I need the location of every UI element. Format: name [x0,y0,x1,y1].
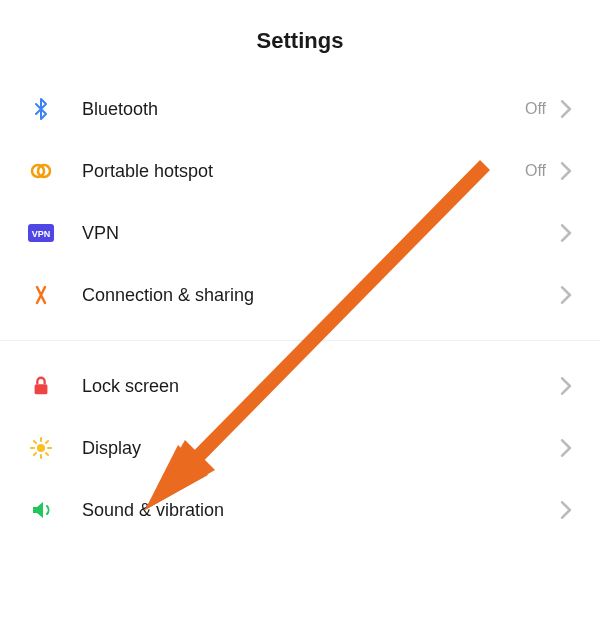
vpn-icon: VPN [28,220,54,246]
svg-line-10 [34,441,36,443]
connection-sharing-item[interactable]: Connection & sharing [0,264,600,326]
display-icon [28,435,54,461]
hotspot-icon [28,158,54,184]
item-label: Connection & sharing [82,285,560,306]
chevron-right-icon [560,286,572,304]
item-label: Lock screen [82,376,560,397]
chevron-right-icon [560,501,572,519]
lock-icon [28,373,54,399]
connection-icon [28,282,54,308]
chevron-right-icon [560,224,572,242]
svg-text:VPN: VPN [32,229,51,239]
vpn-item[interactable]: VPN VPN [0,202,600,264]
bluetooth-item[interactable]: Bluetooth Off [0,78,600,140]
item-label: VPN [82,223,560,244]
chevron-right-icon [560,100,572,118]
bluetooth-icon [28,96,54,122]
page-title: Settings [0,28,600,54]
sound-vibration-item[interactable]: Sound & vibration [0,479,600,541]
item-label: Bluetooth [82,99,525,120]
svg-line-12 [34,453,36,455]
item-status: Off [525,100,546,118]
svg-line-11 [46,453,48,455]
page-header: Settings [0,0,600,78]
section-divider [0,340,600,341]
settings-list: Bluetooth Off Portable hotspot Off VPN V… [0,78,600,541]
chevron-right-icon [560,162,572,180]
item-status: Off [525,162,546,180]
svg-rect-4 [35,384,48,394]
lock-screen-item[interactable]: Lock screen [0,355,600,417]
chevron-right-icon [560,439,572,457]
chevron-right-icon [560,377,572,395]
hotspot-item[interactable]: Portable hotspot Off [0,140,600,202]
item-label: Portable hotspot [82,161,525,182]
svg-line-13 [46,441,48,443]
item-label: Sound & vibration [82,500,560,521]
display-item[interactable]: Display [0,417,600,479]
svg-point-5 [37,444,45,452]
item-label: Display [82,438,560,459]
sound-icon [28,497,54,523]
